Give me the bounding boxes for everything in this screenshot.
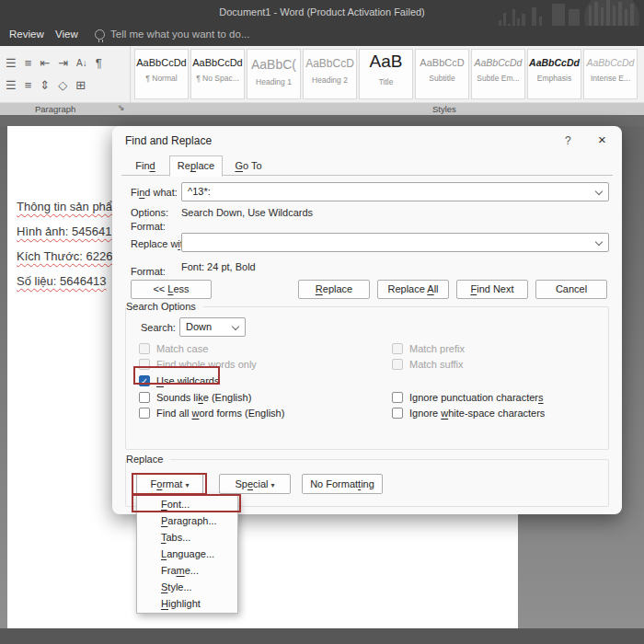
style-intense-emphasis[interactable]: AaBbCcDd Intense E... — [583, 49, 638, 99]
document-text: Thông tin sản phẩm Hình ảnh: 545641 Kích… — [17, 200, 122, 299]
checkbox-match-case[interactable]: Match case — [139, 341, 208, 356]
checkbox-whole-words[interactable]: Find whole words only — [139, 357, 257, 372]
borders-icon[interactable]: ⊞ — [75, 78, 86, 92]
checkbox-label: Ignore white-space characters — [409, 408, 545, 419]
checkbox-match-suffix[interactable]: Match suffix — [392, 357, 464, 372]
style-label: ¶ Normal — [135, 74, 188, 83]
find-what-label: Find what: — [131, 187, 178, 198]
replace-all-button[interactable]: Replace All — [377, 280, 449, 299]
increase-indent-icon[interactable]: ⇥ — [58, 56, 68, 70]
menu-item-paragraph[interactable]: Paragraph... — [137, 512, 237, 529]
help-icon[interactable]: ? — [565, 134, 571, 147]
line-spacing-icon[interactable]: ⇕ — [40, 78, 50, 92]
chevron-down-icon[interactable] — [232, 323, 239, 330]
menu-item-font[interactable]: Font... — [137, 496, 237, 512]
options-value: Search Down, Use Wildcards — [181, 207, 313, 218]
format-button[interactable]: Format ▾ — [136, 474, 203, 494]
menu-item-frame[interactable]: Frame... — [137, 562, 237, 579]
no-formatting-button[interactable]: No Formatting — [302, 474, 383, 494]
checkbox-box[interactable] — [392, 343, 403, 354]
checkbox-box[interactable] — [139, 408, 150, 419]
dialog-tabstrip: Find Replace Go To — [121, 155, 613, 176]
style-preview: AaB — [360, 52, 412, 72]
cancel-button[interactable]: Cancel — [535, 280, 607, 299]
close-icon[interactable]: × — [598, 132, 606, 147]
replace-with-input[interactable] — [181, 233, 609, 252]
chevron-down-icon[interactable] — [595, 238, 603, 246]
shading-icon[interactable]: ◇ — [58, 78, 67, 92]
format-button-label: Format — [151, 478, 183, 489]
tab-go-to[interactable]: Go To — [223, 156, 274, 176]
checkbox-label: Ignore punctuation characters — [409, 392, 544, 403]
checkbox-label: Find whole words only — [156, 359, 257, 370]
ribbon-group-labels: Paragraph ⇘ Styles — [0, 103, 644, 115]
checkbox-box[interactable] — [139, 343, 150, 354]
style-no-spacing[interactable]: AaBbCcDd ¶ No Spac... — [190, 49, 245, 99]
search-options-group: Search Options Search: Down Match case F… — [125, 306, 609, 450]
styles-group-label: Styles — [432, 104, 456, 114]
pilcrow-icon[interactable]: ¶ — [96, 56, 102, 70]
ribbon-tab-row: Review View Tell me what you want to do.… — [0, 26, 644, 46]
tab-replace[interactable]: Replace — [169, 155, 223, 177]
checkbox-box[interactable] — [139, 392, 150, 403]
menu-item-style[interactable]: Style... — [137, 579, 237, 595]
style-label: Heading 2 — [304, 75, 356, 85]
paragraph-group: ☰ ≡ ⇤ ⇥ A↓ ¶ ☰ ≡ ⇕ ◇ ⊞ — [0, 46, 131, 103]
menu-item-highlight[interactable]: Highlight — [137, 595, 237, 612]
style-preview: AaBbC( — [247, 57, 300, 72]
ribbon-bottom-edge — [0, 115, 644, 126]
checkbox-box[interactable] — [392, 392, 403, 403]
decrease-indent-icon[interactable]: ⇤ — [40, 56, 50, 70]
bullet-list-icon[interactable]: ☰ — [6, 56, 17, 70]
style-subtitle[interactable]: AaBbCcD Subtitle — [415, 49, 469, 99]
format-menu: Font... Paragraph... Tabs... Language...… — [136, 495, 238, 614]
menu-item-language[interactable]: Language... — [137, 546, 237, 562]
style-heading-2[interactable]: AaBbCcD Heading 2 — [303, 49, 357, 99]
paragraph-group-label: Paragraph — [35, 104, 75, 114]
style-emphasis[interactable]: AaBbCcDd Emphasis — [527, 49, 581, 99]
ribbon-tab-review[interactable]: Review — [9, 29, 44, 40]
checkbox-ignore-punctuation[interactable]: Ignore punctuation characters — [392, 390, 544, 405]
numbered-list-icon[interactable]: ≡ — [25, 56, 32, 70]
checkbox-box[interactable]: ✓ — [139, 375, 150, 386]
style-preview: AaBbCcDd — [528, 57, 581, 68]
checkbox-box[interactable] — [392, 359, 403, 370]
style-subtle-emphasis[interactable]: AaBbCcDd Subtle Em... — [471, 49, 525, 99]
style-normal[interactable]: AaBbCcDd ¶ Normal — [134, 49, 189, 99]
checkbox-word-forms[interactable]: Find all word forms (English) — [139, 406, 284, 420]
special-button-label: Special — [235, 478, 268, 489]
align-left-icon[interactable]: ☰ — [6, 78, 17, 92]
find-what-input[interactable]: ^13*: — [181, 182, 609, 201]
style-title[interactable]: AaB Title — [359, 49, 413, 99]
justify-icon[interactable]: ≡ — [25, 78, 32, 92]
style-label: Subtitle — [416, 74, 468, 83]
checkbox-label: Find all word forms (English) — [156, 408, 284, 419]
checkbox-use-wildcards[interactable]: ✓ Use wildcards — [139, 374, 219, 388]
checkbox-sounds-like[interactable]: Sounds like (English) — [139, 390, 251, 405]
less-button[interactable]: << Less — [131, 280, 212, 299]
tab-find[interactable]: Find — [121, 156, 169, 176]
checkbox-ignore-whitespace[interactable]: Ignore white-space characters — [392, 406, 545, 420]
checkbox-box[interactable] — [139, 359, 150, 370]
checkbox-label: Use wildcards — [156, 375, 219, 386]
style-preview: AaBbCcDd — [191, 57, 244, 68]
style-preview: AaBbCcDd — [584, 57, 637, 68]
special-button[interactable]: Special ▾ — [219, 474, 291, 494]
checkbox-label: Match case — [156, 343, 208, 354]
lightbulb-icon — [95, 29, 105, 40]
find-next-button[interactable]: Find Next — [456, 280, 528, 299]
checkbox-match-prefix[interactable]: Match prefix — [392, 341, 465, 356]
sort-icon[interactable]: A↓ — [76, 58, 87, 68]
chevron-down-icon[interactable] — [595, 188, 603, 195]
menu-item-tabs[interactable]: Tabs... — [137, 529, 237, 546]
style-label: Emphasis — [528, 74, 581, 83]
dialog-launcher-icon[interactable]: ⇘ — [118, 103, 125, 112]
checkbox-box[interactable] — [392, 408, 403, 419]
style-heading-1[interactable]: AaBbC( Heading 1 — [247, 49, 301, 99]
replace-button[interactable]: Replace — [298, 280, 370, 299]
tell-me-label: Tell me what you want to do... — [110, 29, 250, 40]
ribbon-tab-view[interactable]: View — [55, 29, 78, 40]
search-direction-dropdown[interactable]: Down — [179, 317, 246, 337]
tell-me-box[interactable]: Tell me what you want to do... — [95, 29, 250, 40]
find-replace-dialog: Find and Replace ? × Find Replace Go To … — [112, 126, 622, 514]
